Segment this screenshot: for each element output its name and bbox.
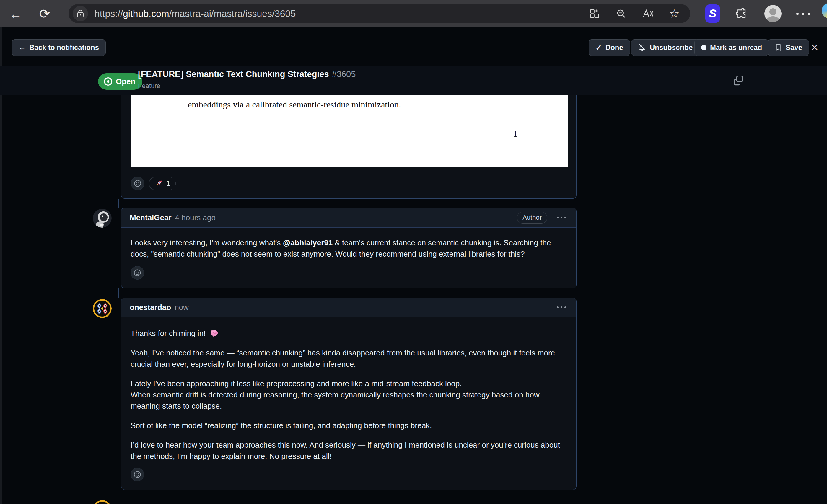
timeline-connector xyxy=(118,199,119,208)
site-info-button[interactable] xyxy=(72,6,88,21)
comment-header: MentalGear 4 hours ago Author xyxy=(121,208,576,228)
issue-status-badge: Open xyxy=(98,73,142,90)
unsubscribe-label: Unsubscribe xyxy=(650,43,693,52)
close-notification-button[interactable]: ✕ xyxy=(807,41,822,55)
done-button[interactable]: ✓ Done xyxy=(589,39,630,56)
issue-number: #3605 xyxy=(332,69,356,79)
comment-paragraph: Sort of like the model “realizing” the s… xyxy=(131,420,565,431)
bookmark-icon xyxy=(774,44,782,51)
save-label: Save xyxy=(786,43,802,52)
avatar-onestardao[interactable] xyxy=(93,299,112,318)
issue-status-label: Open xyxy=(116,77,135,86)
lock-icon xyxy=(77,9,84,18)
browser-profile-avatar[interactable] xyxy=(764,5,781,22)
check-icon: ✓ xyxy=(595,43,602,52)
zoom-search-icon[interactable] xyxy=(615,8,627,19)
comment-paragraph: I’d love to hear how your team approache… xyxy=(131,439,565,462)
brain-emoji-icon xyxy=(210,330,218,337)
issue-opened-icon xyxy=(103,77,113,86)
author-badge: Author xyxy=(517,212,547,223)
back-arrow-icon: ← xyxy=(18,43,26,52)
avatar-mentalgear[interactable] xyxy=(93,209,112,228)
comment-paragraph: Looks very interesting, I'm wondering wh… xyxy=(131,237,565,259)
comment-card-mentalgear: MentalGear 4 hours ago Author Looks very… xyxy=(121,208,577,289)
browser-toolbar: ← ⟳ https://github.com/mastra-ai/mastra/… xyxy=(0,0,827,28)
github-page: ← Back to notifications ✓ Done Unsubscri… xyxy=(0,28,827,504)
mark-as-unread-button[interactable]: Mark as unread xyxy=(694,39,769,56)
close-icon: ✕ xyxy=(811,42,819,53)
apps-grid-icon[interactable] xyxy=(589,8,600,19)
comment-timestamp: now xyxy=(175,303,189,312)
add-reaction-button[interactable] xyxy=(131,468,144,481)
toolbar-divider xyxy=(757,8,757,20)
url-scheme: https:// xyxy=(95,8,123,19)
unsubscribe-button[interactable]: Unsubscribe xyxy=(631,39,699,56)
issue-body-card: embeddings via a calibrated semantic-res… xyxy=(121,95,577,199)
comment-card-onestardao: onestardao now Thanks for chiming in! Ye… xyxy=(121,298,577,490)
rocket-icon xyxy=(154,179,163,188)
comment-author-link[interactable]: onestardao xyxy=(130,303,171,312)
rocket-reaction-pill[interactable]: 1 xyxy=(149,177,176,190)
mark-as-unread-label: Mark as unread xyxy=(710,43,762,52)
address-bar[interactable]: https://github.com/mastra-ai/mastra/issu… xyxy=(68,4,690,23)
done-label: Done xyxy=(605,43,623,52)
comment-body: Thanks for chiming in! Yeah, I’ve notice… xyxy=(121,317,576,491)
browser-menu-ellipsis-icon[interactable] xyxy=(793,10,814,18)
extensions-puzzle-icon[interactable] xyxy=(734,6,749,21)
browser-hub-icon[interactable] xyxy=(822,3,827,18)
comment-header: onestardao now xyxy=(121,298,576,317)
url-path: /mastra-ai/mastra/issues/3605 xyxy=(169,8,296,19)
avatar-onestardao-next[interactable] xyxy=(93,500,112,504)
add-reaction-button[interactable] xyxy=(131,177,144,190)
favorites-star-icon[interactable]: ☆ xyxy=(668,8,680,19)
back-to-notifications-button[interactable]: ← Back to notifications xyxy=(12,39,106,56)
pdf-preview-page: embeddings via a calibrated semantic-res… xyxy=(131,95,568,166)
copy-link-button[interactable] xyxy=(731,73,745,87)
timeline-connector xyxy=(118,289,119,298)
issue-header: Open [FEATURE] Semantic Text Chunking St… xyxy=(0,65,827,95)
smiley-icon xyxy=(133,269,142,277)
reload-icon[interactable]: ⟳ xyxy=(37,6,52,21)
pdf-page-number: 1 xyxy=(513,129,518,139)
issue-label-feature: Feature xyxy=(138,82,160,90)
kebab-menu-icon[interactable] xyxy=(555,215,568,220)
unread-dot-icon xyxy=(701,45,707,50)
comment-paragraph: Yeah, I’ve noticed the same — “semantic … xyxy=(131,347,565,370)
kebab-menu-icon[interactable] xyxy=(555,305,568,310)
comment-body: Looks very interesting, I'm wondering wh… xyxy=(121,228,576,289)
comment-paragraph: Thanks for chiming in! xyxy=(131,328,565,339)
copy-icon xyxy=(733,74,744,86)
comment-timestamp: 4 hours ago xyxy=(175,213,215,222)
bell-slash-icon xyxy=(638,43,646,52)
smiley-icon xyxy=(133,470,142,478)
back-to-notifications-label: Back to notifications xyxy=(29,43,99,52)
pinned-extension-s-icon[interactable]: S xyxy=(705,4,720,23)
rocket-reaction-count: 1 xyxy=(166,179,170,188)
window-edge xyxy=(0,28,2,504)
back-icon[interactable]: ← xyxy=(8,6,23,21)
save-button[interactable]: Save xyxy=(768,39,809,56)
add-reaction-button[interactable] xyxy=(131,266,144,280)
pdf-text-line: embeddings via a calibrated semantic-res… xyxy=(188,100,401,109)
comment-paragraph: Lately I’ve been approaching it less lik… xyxy=(131,378,565,412)
issue-title: [FEATURE] Semantic Text Chunking Strateg… xyxy=(138,69,329,79)
read-aloud-icon[interactable] xyxy=(642,8,653,19)
comment-author-link[interactable]: MentalGear xyxy=(130,213,172,222)
smiley-icon xyxy=(134,179,142,188)
url-domain: github.com xyxy=(123,8,169,19)
url-text[interactable]: https://github.com/mastra-ai/mastra/issu… xyxy=(95,8,589,19)
mention-link[interactable]: @abhiaiyer91 xyxy=(283,238,333,247)
